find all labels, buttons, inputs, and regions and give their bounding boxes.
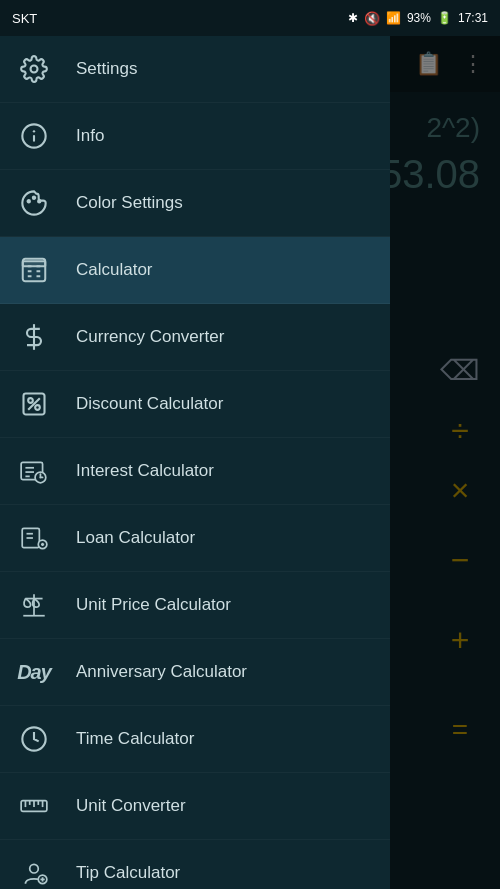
sidebar-item-anniversary-calculator[interactable]: Day Anniversary Calculator: [0, 639, 390, 706]
svg-rect-14: [23, 261, 46, 266]
sidebar-item-currency-converter-label: Currency Converter: [76, 327, 224, 347]
sidebar-item-interest-calculator-label: Interest Calculator: [76, 461, 214, 481]
ruler-icon: [16, 788, 52, 824]
sidebar-item-time-calculator[interactable]: Time Calculator: [0, 706, 390, 773]
sidebar-item-discount-calculator[interactable]: Discount Calculator: [0, 371, 390, 438]
svg-point-18: [35, 405, 40, 410]
sidebar-item-info[interactable]: Info: [0, 103, 390, 170]
interest-icon: [16, 453, 52, 489]
sidebar-item-unit-converter-label: Unit Converter: [76, 796, 186, 816]
sidebar-item-unit-converter[interactable]: Unit Converter: [0, 773, 390, 840]
carrier-label: SKT: [12, 11, 37, 26]
navigation-drawer: Settings Info Color Settings: [0, 36, 390, 889]
sidebar-item-unit-price-calculator-label: Unit Price Calculator: [76, 595, 231, 615]
sidebar-item-color-settings-label: Color Settings: [76, 193, 183, 213]
sidebar-item-time-calculator-label: Time Calculator: [76, 729, 194, 749]
status-bar: SKT ✱ 🔇 📶 93% 🔋 17:31: [0, 0, 500, 36]
clock-icon: [16, 721, 52, 757]
sidebar-item-tip-calculator[interactable]: Tip Calculator: [0, 840, 390, 889]
sidebar-item-info-label: Info: [76, 126, 104, 146]
dollar-icon: [16, 319, 52, 355]
svg-point-4: [28, 200, 30, 202]
sidebar-item-anniversary-calculator-label: Anniversary Calculator: [76, 662, 247, 682]
dim-overlay[interactable]: [390, 36, 500, 889]
battery-icon: 🔋: [437, 11, 452, 25]
svg-point-6: [38, 200, 40, 202]
sidebar-item-calculator-label: Calculator: [76, 260, 153, 280]
sidebar-item-loan-calculator-label: Loan Calculator: [76, 528, 195, 548]
wifi-icon: 📶: [386, 11, 401, 25]
sidebar-item-settings[interactable]: Settings: [0, 36, 390, 103]
battery-label: 93%: [407, 11, 431, 25]
sidebar-item-currency-converter[interactable]: Currency Converter: [0, 304, 390, 371]
gear-icon: [16, 51, 52, 87]
percent-icon: [16, 386, 52, 422]
bluetooth-icon: ✱: [348, 11, 358, 25]
svg-point-0: [31, 66, 38, 73]
tip-icon: [16, 855, 52, 889]
sidebar-item-interest-calculator[interactable]: Interest Calculator: [0, 438, 390, 505]
mute-icon: 🔇: [364, 11, 380, 26]
scale-icon: [16, 587, 52, 623]
sidebar-item-discount-calculator-label: Discount Calculator: [76, 394, 223, 414]
sidebar-item-color-settings[interactable]: Color Settings: [0, 170, 390, 237]
calculator-icon: [16, 252, 52, 288]
loan-icon: [16, 520, 52, 556]
day-icon: Day: [16, 654, 52, 690]
status-bar-right: ✱ 🔇 📶 93% 🔋 17:31: [348, 11, 488, 26]
sidebar-item-unit-price-calculator[interactable]: Unit Price Calculator: [0, 572, 390, 639]
info-icon: [16, 118, 52, 154]
sidebar-item-tip-calculator-label: Tip Calculator: [76, 863, 180, 883]
time-label: 17:31: [458, 11, 488, 25]
svg-point-44: [30, 864, 39, 873]
palette-icon: [16, 185, 52, 221]
svg-point-17: [28, 398, 33, 403]
sidebar-item-settings-label: Settings: [76, 59, 137, 79]
sidebar-item-calculator[interactable]: Calculator: [0, 237, 390, 304]
svg-line-19: [28, 398, 40, 410]
sidebar-item-loan-calculator[interactable]: Loan Calculator: [0, 505, 390, 572]
svg-point-5: [33, 197, 35, 199]
